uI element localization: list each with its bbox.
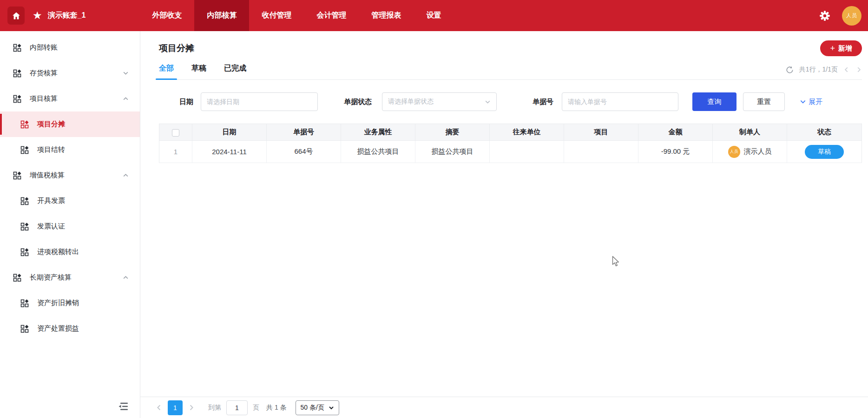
filter-bar: 日期 单据状态 请选择单据状态 单据号 查询 重置 展开 — [159, 92, 862, 111]
table-row[interactable]: 1 2024-11-11 664号 损益公共项目 损益公共项目 -99.00 元… — [159, 141, 862, 163]
nav-item-settings[interactable]: 设置 — [414, 0, 454, 31]
sidebar-item-project-carryover[interactable]: 项目结转 — [0, 137, 140, 163]
next-page-icon[interactable] — [855, 66, 862, 73]
sidebar-collapse-icon[interactable] — [117, 401, 130, 411]
nav-item-external-payments[interactable]: 外部收支 — [139, 0, 194, 31]
home-button[interactable] — [7, 7, 25, 25]
creator-name: 演示人员 — [744, 147, 772, 156]
module-grid-icon — [13, 171, 21, 180]
status-filter-select[interactable]: 请选择单据状态 — [382, 92, 497, 111]
user-avatar[interactable]: 人员 — [842, 6, 861, 26]
date-filter-input[interactable] — [201, 92, 318, 111]
chevron-down-icon — [485, 99, 491, 105]
cell-status: 草稿 — [787, 141, 862, 163]
col-amount: 金额 — [638, 124, 713, 141]
favorite-star-icon[interactable]: ★ — [33, 10, 42, 21]
cell-creator: 人员 演示人员 — [713, 141, 787, 163]
prev-page-icon[interactable] — [843, 66, 850, 73]
docno-filter-label: 单据号 — [533, 98, 553, 106]
sidebar-item-asset-depreciation[interactable]: 资产折旧摊销 — [0, 290, 140, 316]
sidebar: 内部转账 存货核算 项目核算 项目分摊 — [0, 31, 140, 418]
page-title: 项目分摊 — [159, 42, 194, 54]
page-number-button[interactable]: 1 — [168, 400, 183, 415]
refresh-icon[interactable] — [786, 66, 794, 74]
status-filter-label: 单据状态 — [344, 98, 372, 106]
sidebar-item-invoice-verification[interactable]: 发票认证 — [0, 214, 140, 239]
sidebar-item-label: 资产处置损益 — [37, 324, 79, 333]
module-grid-icon — [20, 325, 29, 333]
pager-prev-icon[interactable] — [156, 404, 163, 411]
sidebar-item-issue-invoice[interactable]: 开具发票 — [0, 188, 140, 214]
sidebar-item-asset-disposal[interactable]: 资产处置损益 — [0, 316, 140, 341]
expand-label: 展开 — [809, 98, 822, 106]
module-grid-icon — [13, 274, 21, 282]
table-header-row: 日期 单据号 业务属性 摘要 往来单位 项目 金额 制单人 状态 — [159, 124, 862, 141]
sidebar-item-longterm-asset-accounting[interactable]: 长期资产核算 — [0, 265, 140, 290]
sidebar-item-label: 存货核算 — [30, 69, 58, 78]
sidebar-item-internal-transfer[interactable]: 内部转账 — [0, 35, 140, 60]
cell-doc-no: 664号 — [267, 141, 341, 163]
app-root: ★ 演示账套_1 外部收支 内部核算 收付管理 会计管理 管理报表 设置 — [0, 0, 868, 418]
tab-draft[interactable]: 草稿 — [191, 64, 206, 79]
expand-filters-link[interactable]: 展开 — [800, 98, 822, 106]
sidebar-item-project-allocation[interactable]: 项目分摊 — [0, 111, 140, 137]
sidebar-item-input-tax-transfer[interactable]: 进项税额转出 — [0, 239, 140, 265]
nav-item-reports[interactable]: 管理报表 — [359, 0, 414, 31]
reset-button[interactable]: 重置 — [743, 92, 785, 111]
col-date: 日期 — [192, 124, 267, 141]
sidebar-item-label: 项目结转 — [37, 145, 65, 154]
main-nav: 外部收支 内部核算 收付管理 会计管理 管理报表 设置 — [139, 0, 454, 31]
sidebar-item-label: 长期资产核算 — [30, 273, 72, 282]
tab-all[interactable]: 全部 — [159, 64, 174, 79]
docno-filter-input[interactable] — [562, 92, 678, 111]
date-filter-label: 日期 — [179, 98, 193, 106]
cell-date: 2024-11-11 — [192, 141, 267, 163]
col-counterparty: 往来单位 — [490, 124, 564, 141]
chevron-up-icon — [123, 96, 129, 102]
sidebar-item-label: 项目分摊 — [37, 120, 65, 129]
gear-icon[interactable] — [819, 10, 831, 22]
select-all-checkbox[interactable] — [172, 129, 179, 137]
plus-icon: + — [830, 44, 835, 52]
chevron-down-icon — [329, 405, 334, 411]
goto-page-input[interactable] — [226, 400, 248, 415]
page-size-value: 50 条/页 — [301, 404, 324, 412]
cell-project — [564, 141, 638, 163]
col-status: 状态 — [787, 124, 862, 141]
page-size-select[interactable]: 50 条/页 — [296, 400, 339, 415]
chevron-up-icon — [123, 172, 129, 178]
tab-completed[interactable]: 已完成 — [224, 64, 246, 79]
module-grid-icon — [13, 69, 21, 78]
nav-item-accounting-mgmt[interactable]: 会计管理 — [304, 0, 359, 31]
nav-item-receipt-payment[interactable]: 收付管理 — [249, 0, 304, 31]
sidebar-item-label: 项目核算 — [30, 94, 58, 103]
add-button[interactable]: + 新增 — [820, 40, 862, 56]
cell-amount: -99.00 元 — [638, 141, 713, 163]
col-doc-no: 单据号 — [267, 124, 341, 141]
page-unit-label: 页 — [253, 404, 259, 412]
account-name: 演示账套_1 — [48, 11, 86, 20]
sidebar-item-inventory-accounting[interactable]: 存货核算 — [0, 60, 140, 86]
nav-item-internal-accounting[interactable]: 内部核算 — [194, 0, 249, 31]
goto-page-label: 到第 — [208, 404, 221, 412]
module-grid-icon — [20, 248, 29, 256]
module-grid-icon — [20, 299, 29, 307]
sidebar-item-vat-accounting[interactable]: 增值税核算 — [0, 163, 140, 188]
topbar-right: 人员 — [819, 6, 861, 26]
home-icon — [12, 11, 21, 20]
cell-counterparty — [490, 141, 564, 163]
search-button[interactable]: 查询 — [692, 92, 736, 111]
tabs-bar: 全部 草稿 已完成 共1行，1/1页 — [159, 64, 862, 80]
topbar: ★ 演示账套_1 外部收支 内部核算 收付管理 会计管理 管理报表 设置 — [0, 0, 868, 31]
pager-next-icon[interactable] — [188, 404, 195, 411]
row-count-text: 共1行，1/1页 — [799, 65, 838, 74]
module-grid-icon — [13, 95, 21, 103]
module-grid-icon — [13, 44, 21, 52]
sidebar-item-label: 发票认证 — [37, 222, 65, 231]
status-badge[interactable]: 草稿 — [805, 145, 844, 159]
pagination-bar: 1 到第 页 共 1 条 50 条/页 — [140, 397, 868, 418]
chevron-up-icon — [123, 274, 129, 281]
cell-biz-attr: 损益公共项目 — [341, 141, 415, 163]
cell-summary: 损益公共项目 — [415, 141, 490, 163]
sidebar-item-project-accounting[interactable]: 项目核算 — [0, 86, 140, 111]
